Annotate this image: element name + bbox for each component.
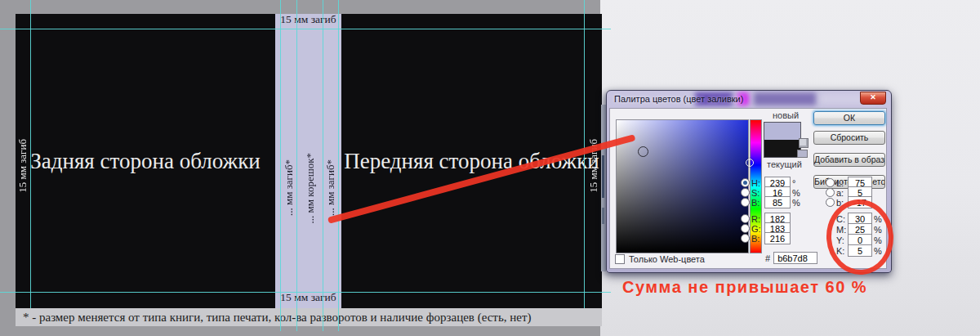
radio-lab-b[interactable] <box>826 198 835 207</box>
gamut-swatch[interactable] <box>797 150 808 158</box>
background-scrollbar-thumb[interactable] <box>602 155 604 198</box>
spine-fold-label-top: 15 мм загиб <box>275 13 341 26</box>
color-field-marker[interactable] <box>638 146 648 157</box>
hue-slider-marker[interactable] <box>746 159 754 167</box>
dialog-titlebar[interactable]: Палитра цветов (цвет заливки) <box>607 91 891 108</box>
annotation-note: Сумма не привышает 60 % <box>622 278 867 297</box>
spine-fold-left-text: ... мм загиб* <box>283 159 296 216</box>
spine-fold-right-label: ... мм загиб* <box>323 86 337 290</box>
back-cover-label: Задняя сторона обложки <box>30 149 260 174</box>
b2-label: B: <box>751 234 764 244</box>
guide-vertical-spine-3[interactable] <box>323 0 323 331</box>
reset-button[interactable]: Сбросить <box>813 131 885 145</box>
field-row-b: B: % <box>741 196 800 208</box>
titlebar-glass-blob <box>754 92 816 105</box>
current-color-swatch <box>764 140 800 157</box>
ok-button[interactable]: ОК <box>813 111 885 125</box>
spine-fold-label-bottom: 15 мм загиб <box>275 291 341 304</box>
guide-horizontal-top[interactable] <box>0 29 611 29</box>
spine-fold-right-text: ... мм загиб* <box>324 159 337 216</box>
b-unit: % <box>792 198 800 208</box>
right-fold-label: 15 мм загиб <box>587 96 600 235</box>
gamut-warning-icon[interactable] <box>799 138 808 148</box>
new-color-swatch <box>764 123 800 140</box>
field-row-b2: B: <box>741 232 792 244</box>
close-icon[interactable]: ✕ <box>860 92 886 105</box>
spine-width-text: ... мм корешок* <box>304 153 317 223</box>
b-input[interactable] <box>764 196 791 208</box>
web-only-row: Только Web-цвета <box>615 253 705 265</box>
footnote-text: * - размер меняется от типа книги, типа … <box>23 311 531 324</box>
radio-b[interactable] <box>741 198 750 207</box>
front-cover-panel: Передняя сторона обложки <box>341 14 602 308</box>
radio-b2[interactable] <box>741 234 750 243</box>
swatch-compare <box>764 122 801 158</box>
b-label: B: <box>751 198 764 208</box>
guide-vertical-spine-2[interactable] <box>296 0 297 331</box>
footnote-bar: * - размер меняется от типа книги, типа … <box>16 308 602 326</box>
spine-fold-left-label: ... мм загиб* <box>282 86 296 290</box>
web-only-label: Только Web-цвета <box>629 254 705 264</box>
front-cover-label: Передняя сторона обложки <box>344 149 599 174</box>
web-only-checkbox[interactable] <box>615 254 625 264</box>
hex-row: # <box>765 252 819 264</box>
spine-width-label: ... мм корешок* <box>303 86 317 290</box>
b2-input[interactable] <box>764 232 791 244</box>
back-cover-panel: Задняя сторона обложки <box>16 14 275 308</box>
left-fold-label-text: 15 мм загиб <box>16 139 29 193</box>
guide-horizontal-bottom[interactable] <box>0 292 611 293</box>
guide-vertical-spine-4[interactable] <box>338 0 339 331</box>
guide-vertical-spine-1[interactable] <box>280 0 281 331</box>
left-fold-label: 15 мм загиб <box>16 96 29 235</box>
workspace: Задняя сторона обложки Передняя сторона … <box>0 0 980 336</box>
hex-label: # <box>765 253 770 263</box>
add-to-swatches-button[interactable]: Добавить в образцы <box>813 153 885 167</box>
guide-vertical-left[interactable] <box>30 0 31 308</box>
dialog-title: Палитра цветов (цвет заливки) <box>614 94 743 104</box>
new-label: новый <box>773 110 799 120</box>
hex-input[interactable] <box>773 252 817 264</box>
current-label: текущий <box>767 159 802 169</box>
color-field[interactable] <box>616 119 749 253</box>
background-scrollbar-mark <box>602 208 604 224</box>
